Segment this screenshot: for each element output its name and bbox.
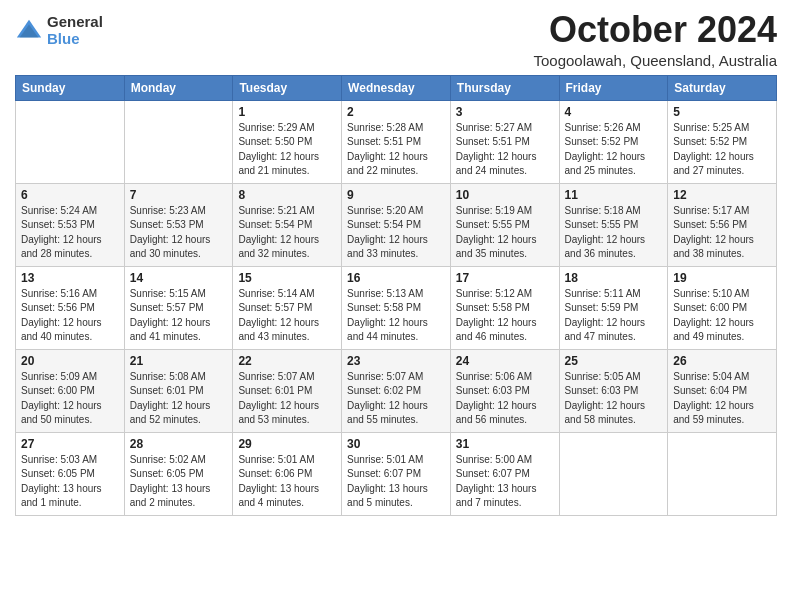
calendar-cell: 18Sunrise: 5:11 AM Sunset: 5:59 PM Dayli… [559, 266, 668, 349]
day-of-week-header: Thursday [450, 75, 559, 100]
day-info: Sunrise: 5:21 AM Sunset: 5:54 PM Dayligh… [238, 204, 336, 262]
day-number: 13 [21, 271, 119, 285]
day-number: 17 [456, 271, 554, 285]
calendar-cell [668, 432, 777, 515]
day-info: Sunrise: 5:00 AM Sunset: 6:07 PM Dayligh… [456, 453, 554, 511]
day-number: 26 [673, 354, 771, 368]
day-info: Sunrise: 5:24 AM Sunset: 5:53 PM Dayligh… [21, 204, 119, 262]
calendar-cell: 12Sunrise: 5:17 AM Sunset: 5:56 PM Dayli… [668, 183, 777, 266]
calendar-cell: 28Sunrise: 5:02 AM Sunset: 6:05 PM Dayli… [124, 432, 233, 515]
day-info: Sunrise: 5:26 AM Sunset: 5:52 PM Dayligh… [565, 121, 663, 179]
day-number: 28 [130, 437, 228, 451]
calendar-cell: 4Sunrise: 5:26 AM Sunset: 5:52 PM Daylig… [559, 100, 668, 183]
calendar-cell: 22Sunrise: 5:07 AM Sunset: 6:01 PM Dayli… [233, 349, 342, 432]
calendar-cell: 29Sunrise: 5:01 AM Sunset: 6:06 PM Dayli… [233, 432, 342, 515]
calendar-cell: 26Sunrise: 5:04 AM Sunset: 6:04 PM Dayli… [668, 349, 777, 432]
day-info: Sunrise: 5:19 AM Sunset: 5:55 PM Dayligh… [456, 204, 554, 262]
day-info: Sunrise: 5:05 AM Sunset: 6:03 PM Dayligh… [565, 370, 663, 428]
day-info: Sunrise: 5:16 AM Sunset: 5:56 PM Dayligh… [21, 287, 119, 345]
day-number: 8 [238, 188, 336, 202]
day-number: 23 [347, 354, 445, 368]
calendar-body: 1Sunrise: 5:29 AM Sunset: 5:50 PM Daylig… [16, 100, 777, 515]
week-row: 13Sunrise: 5:16 AM Sunset: 5:56 PM Dayli… [16, 266, 777, 349]
day-info: Sunrise: 5:17 AM Sunset: 5:56 PM Dayligh… [673, 204, 771, 262]
header-row: SundayMondayTuesdayWednesdayThursdayFrid… [16, 75, 777, 100]
calendar-cell [559, 432, 668, 515]
week-row: 6Sunrise: 5:24 AM Sunset: 5:53 PM Daylig… [16, 183, 777, 266]
calendar-cell: 27Sunrise: 5:03 AM Sunset: 6:05 PM Dayli… [16, 432, 125, 515]
day-of-week-header: Monday [124, 75, 233, 100]
calendar-cell: 11Sunrise: 5:18 AM Sunset: 5:55 PM Dayli… [559, 183, 668, 266]
week-row: 27Sunrise: 5:03 AM Sunset: 6:05 PM Dayli… [16, 432, 777, 515]
calendar-cell: 9Sunrise: 5:20 AM Sunset: 5:54 PM Daylig… [342, 183, 451, 266]
day-number: 27 [21, 437, 119, 451]
day-info: Sunrise: 5:06 AM Sunset: 6:03 PM Dayligh… [456, 370, 554, 428]
calendar-cell: 21Sunrise: 5:08 AM Sunset: 6:01 PM Dayli… [124, 349, 233, 432]
day-number: 2 [347, 105, 445, 119]
week-row: 1Sunrise: 5:29 AM Sunset: 5:50 PM Daylig… [16, 100, 777, 183]
logo-icon [15, 17, 43, 45]
day-number: 20 [21, 354, 119, 368]
logo-blue-text: Blue [47, 31, 103, 48]
day-of-week-header: Sunday [16, 75, 125, 100]
day-info: Sunrise: 5:15 AM Sunset: 5:57 PM Dayligh… [130, 287, 228, 345]
day-number: 7 [130, 188, 228, 202]
day-info: Sunrise: 5:01 AM Sunset: 6:07 PM Dayligh… [347, 453, 445, 511]
page-header: General Blue October 2024 Toogoolawah, Q… [15, 10, 777, 69]
day-info: Sunrise: 5:11 AM Sunset: 5:59 PM Dayligh… [565, 287, 663, 345]
calendar-cell: 24Sunrise: 5:06 AM Sunset: 6:03 PM Dayli… [450, 349, 559, 432]
logo-general-text: General [47, 14, 103, 31]
day-number: 12 [673, 188, 771, 202]
day-info: Sunrise: 5:29 AM Sunset: 5:50 PM Dayligh… [238, 121, 336, 179]
logo: General Blue [15, 14, 103, 47]
day-of-week-header: Tuesday [233, 75, 342, 100]
day-number: 30 [347, 437, 445, 451]
day-info: Sunrise: 5:12 AM Sunset: 5:58 PM Dayligh… [456, 287, 554, 345]
calendar-cell: 7Sunrise: 5:23 AM Sunset: 5:53 PM Daylig… [124, 183, 233, 266]
title-block: October 2024 Toogoolawah, Queensland, Au… [533, 10, 777, 69]
calendar-cell: 16Sunrise: 5:13 AM Sunset: 5:58 PM Dayli… [342, 266, 451, 349]
calendar-cell: 5Sunrise: 5:25 AM Sunset: 5:52 PM Daylig… [668, 100, 777, 183]
day-info: Sunrise: 5:28 AM Sunset: 5:51 PM Dayligh… [347, 121, 445, 179]
day-of-week-header: Friday [559, 75, 668, 100]
calendar-cell: 3Sunrise: 5:27 AM Sunset: 5:51 PM Daylig… [450, 100, 559, 183]
day-info: Sunrise: 5:23 AM Sunset: 5:53 PM Dayligh… [130, 204, 228, 262]
day-info: Sunrise: 5:03 AM Sunset: 6:05 PM Dayligh… [21, 453, 119, 511]
calendar-cell: 14Sunrise: 5:15 AM Sunset: 5:57 PM Dayli… [124, 266, 233, 349]
calendar-cell: 8Sunrise: 5:21 AM Sunset: 5:54 PM Daylig… [233, 183, 342, 266]
month-title: October 2024 [533, 10, 777, 50]
calendar-cell: 6Sunrise: 5:24 AM Sunset: 5:53 PM Daylig… [16, 183, 125, 266]
day-info: Sunrise: 5:07 AM Sunset: 6:01 PM Dayligh… [238, 370, 336, 428]
day-info: Sunrise: 5:02 AM Sunset: 6:05 PM Dayligh… [130, 453, 228, 511]
day-number: 29 [238, 437, 336, 451]
day-number: 3 [456, 105, 554, 119]
calendar-cell: 2Sunrise: 5:28 AM Sunset: 5:51 PM Daylig… [342, 100, 451, 183]
day-number: 31 [456, 437, 554, 451]
day-number: 25 [565, 354, 663, 368]
calendar-cell: 13Sunrise: 5:16 AM Sunset: 5:56 PM Dayli… [16, 266, 125, 349]
day-info: Sunrise: 5:18 AM Sunset: 5:55 PM Dayligh… [565, 204, 663, 262]
day-of-week-header: Saturday [668, 75, 777, 100]
day-info: Sunrise: 5:04 AM Sunset: 6:04 PM Dayligh… [673, 370, 771, 428]
calendar-cell [124, 100, 233, 183]
day-number: 22 [238, 354, 336, 368]
calendar-header: SundayMondayTuesdayWednesdayThursdayFrid… [16, 75, 777, 100]
day-number: 1 [238, 105, 336, 119]
day-info: Sunrise: 5:20 AM Sunset: 5:54 PM Dayligh… [347, 204, 445, 262]
logo-text: General Blue [47, 14, 103, 47]
calendar-cell: 19Sunrise: 5:10 AM Sunset: 6:00 PM Dayli… [668, 266, 777, 349]
calendar-cell: 15Sunrise: 5:14 AM Sunset: 5:57 PM Dayli… [233, 266, 342, 349]
calendar-cell: 1Sunrise: 5:29 AM Sunset: 5:50 PM Daylig… [233, 100, 342, 183]
calendar-cell: 31Sunrise: 5:00 AM Sunset: 6:07 PM Dayli… [450, 432, 559, 515]
day-info: Sunrise: 5:14 AM Sunset: 5:57 PM Dayligh… [238, 287, 336, 345]
day-number: 14 [130, 271, 228, 285]
day-info: Sunrise: 5:13 AM Sunset: 5:58 PM Dayligh… [347, 287, 445, 345]
day-number: 21 [130, 354, 228, 368]
day-number: 19 [673, 271, 771, 285]
day-info: Sunrise: 5:01 AM Sunset: 6:06 PM Dayligh… [238, 453, 336, 511]
day-number: 11 [565, 188, 663, 202]
day-info: Sunrise: 5:10 AM Sunset: 6:00 PM Dayligh… [673, 287, 771, 345]
day-number: 15 [238, 271, 336, 285]
week-row: 20Sunrise: 5:09 AM Sunset: 6:00 PM Dayli… [16, 349, 777, 432]
calendar-cell: 20Sunrise: 5:09 AM Sunset: 6:00 PM Dayli… [16, 349, 125, 432]
